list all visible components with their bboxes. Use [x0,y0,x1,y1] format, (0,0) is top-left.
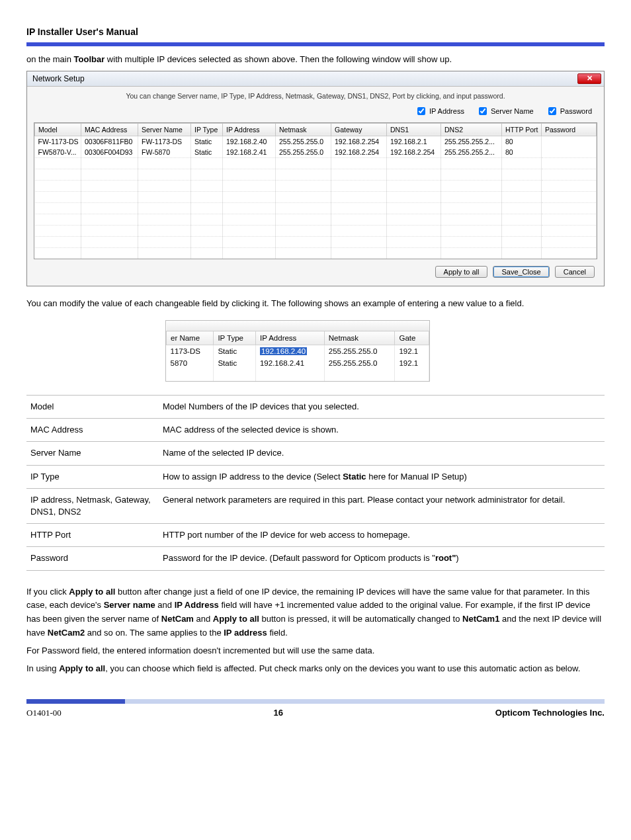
check-servername[interactable]: Server Name [476,105,534,117]
table-cell[interactable]: 80 [502,147,542,158]
grid-header-cell: Model [35,123,81,136]
dialog-titlebar: Network Setup ✕ [27,71,604,87]
table-cell[interactable]: 80 [502,136,542,147]
fragment-cell[interactable]: 192.168.2.40 [255,345,324,358]
table-row[interactable]: FW5870-V...00306F004D93FW-5870Static192.… [35,147,597,158]
apply-to-all-button[interactable]: Apply to all [435,266,488,278]
table-cell[interactable]: 192.168.2.40 [223,136,276,147]
table-row-empty [35,157,597,169]
dialog-instruction: You can change Server name, IP Type, IP … [27,87,604,103]
fragment-row[interactable]: 5870Static192.168.2.41255.255.255.0192.1 [167,357,429,369]
definition-term: Server Name [26,442,159,465]
definition-row: IP address, Netmask, Gateway, DNS1, DNS2… [26,488,605,523]
apply-to-all-checkmark-paragraph: In using Apply to all, you can choose wh… [26,662,605,676]
fragment-cell[interactable]: 192.1 [395,357,429,369]
edit-fragment: er NameIP TypeIP AddressNetmaskGate 1173… [165,320,430,382]
fragment-header-cell: Netmask [324,331,395,345]
definition-row: Server NameName of the selected IP devic… [26,442,605,465]
ip-edit-field[interactable]: 192.168.2.40 [260,347,307,355]
grid-header-row: ModelMAC AddressServer NameIP TypeIP Add… [35,123,597,136]
fragment-header-row: er NameIP TypeIP AddressNetmaskGate [167,331,429,345]
cancel-button[interactable]: Cancel [555,266,595,278]
table-cell[interactable]: 192.168.2.254 [387,147,441,158]
table-cell[interactable]: 192.168.2.41 [223,147,276,158]
fragment-cell[interactable]: 192.168.2.41 [255,357,324,369]
table-cell[interactable]: 00306F004D93 [81,147,138,158]
table-cell[interactable]: FW-1173-DS [138,136,191,147]
grid-header-cell: Netmask [276,123,331,136]
definition-row: HTTP PortHTTP port number of the IP devi… [26,524,605,547]
table-cell[interactable] [542,136,597,147]
check-ipaddress-box[interactable] [417,107,425,115]
fragment-cell[interactable]: Static [214,345,256,358]
table-row-empty [35,191,597,202]
close-button[interactable]: ✕ [577,73,601,84]
fragment-cell[interactable]: 192.1 [395,345,429,358]
grid-header-cell: HTTP Port [502,123,542,136]
grid-header-cell: DNS2 [441,123,502,136]
table-cell[interactable]: 255.255.255.0 [276,136,331,147]
page-footer: O1401-00 16 Opticom Technologies Inc. [26,699,605,732]
table-cell[interactable]: FW-5870 [138,147,191,158]
grid-header-cell: MAC Address [81,123,138,136]
header-divider [26,42,605,46]
definition-term: Password [26,547,159,570]
definition-term: Model [26,396,159,419]
table-row-empty [35,247,597,259]
check-servername-box[interactable] [479,107,487,115]
fragment-header-cell: Gate [395,331,429,345]
table-cell[interactable]: 192.168.2.1 [387,136,441,147]
table-cell[interactable]: 192.168.2.254 [331,147,387,158]
intro-before: on the main [26,54,74,64]
explain-paragraph-1: You can modify the value of each changea… [26,297,605,311]
table-cell[interactable] [542,147,597,158]
fragment-cell[interactable]: 5870 [167,357,214,369]
table-cell[interactable]: 192.168.2.254 [331,136,387,147]
definition-term: MAC Address [26,419,159,442]
fragment-cell[interactable]: 255.255.255.0 [324,345,395,358]
page-title: IP Installer User's Manual [26,26,605,37]
fragment-cell[interactable]: Static [214,357,256,369]
table-cell[interactable]: 255.255.255.2... [441,136,502,147]
footer-company: Opticom Technologies Inc. [495,708,605,718]
definition-row: ModelModel Numbers of the IP devices tha… [26,396,605,419]
table-row-empty [35,180,597,191]
footer-page-number: 16 [274,708,283,718]
save-close-button[interactable]: Save_Close [493,266,549,278]
table-cell[interactable]: FW-1173-DS [35,136,81,147]
table-row-empty [35,236,597,247]
table-cell[interactable]: 255.255.255.0 [276,147,331,158]
table-row[interactable]: FW-1173-DS00306F811FB0FW-1173-DSStatic19… [35,136,597,147]
fragment-cell[interactable]: 1173-DS [167,345,214,358]
table-cell[interactable]: 00306F811FB0 [81,136,138,147]
fragment-cell[interactable]: 255.255.255.0 [324,357,395,369]
device-grid[interactable]: ModelMAC AddressServer NameIP TypeIP Add… [34,123,597,259]
table-row-empty [35,214,597,225]
check-password-label: Password [560,107,592,115]
fragment-row[interactable]: 1173-DSStatic192.168.2.40255.255.255.019… [167,345,429,358]
definition-term: IP Type [26,465,159,488]
definition-desc: Name of the selected IP device. [159,442,605,465]
check-password-box[interactable] [548,107,556,115]
fragment-header-cell: er Name [167,331,214,345]
table-cell[interactable]: Static [191,136,223,147]
dialog-checkbox-row: IP Address Server Name Password [27,103,604,122]
fragment-row-empty [167,369,429,381]
intro-bold: Toolbar [74,54,105,64]
password-note-paragraph: For Password field, the entered informat… [26,644,605,658]
device-grid-wrapper: ModelMAC AddressServer NameIP TypeIP Add… [34,122,597,259]
table-cell[interactable]: FW5870-V... [35,147,81,158]
grid-header-cell: DNS1 [387,123,441,136]
definition-row: IP TypeHow to assign IP address to the d… [26,465,605,488]
grid-header-cell: Server Name [138,123,191,136]
fragment-header-cell: IP Type [214,331,256,345]
check-ipaddress[interactable]: IP Address [415,105,464,117]
network-setup-dialog: Network Setup ✕ You can change Server na… [26,71,605,286]
table-row-empty [35,169,597,180]
table-cell[interactable]: Static [191,147,223,158]
apply-to-all-paragraph: If you click Apply to all button after c… [26,585,605,640]
footer-progress-fill [26,699,125,704]
footer-progress-bar [26,699,605,704]
check-password[interactable]: Password [546,105,592,117]
table-cell[interactable]: 255.255.255.2... [441,147,502,158]
